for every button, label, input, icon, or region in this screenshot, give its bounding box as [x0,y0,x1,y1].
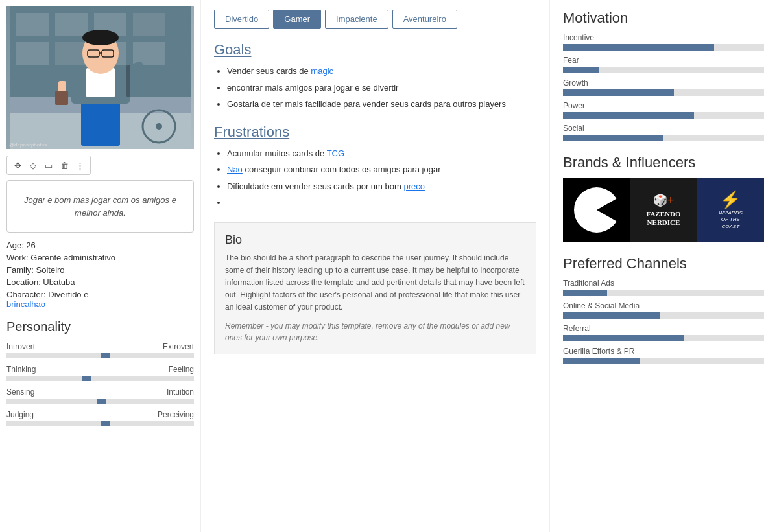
left-panel: @depositphotos ✥ ◇ ▭ 🗑 ⋮ Jogar e bom mas… [0,0,201,532]
introvert-label: Introvert [6,342,35,351]
feeling-label: Feeling [169,365,194,374]
introvert-bar-container [6,353,194,358]
goal-item-1: Vender seus cards de magic [227,65,536,78]
judging-bar-container [6,421,194,426]
power-bar [563,112,694,119]
referral-bar [563,335,684,341]
brand-nerdice: 🎲+ FAZENDONERDICE [630,178,697,242]
personality-row-thinking: Thinking Feeling [6,365,194,381]
personality-section: Personality Introvert Extrovert Thinking… [6,319,194,426]
guerilla-label: Guerilla Efforts & PR [563,347,764,356]
motivation-fear: Fear [563,56,764,73]
tag-aventureiro[interactable]: Aventureiro [392,10,457,29]
tag-gamer[interactable]: Gamer [273,10,321,29]
edit-icon[interactable]: ▭ [42,159,55,172]
channels-section: Preferred Channels Traditional Ads Onlin… [563,255,764,364]
perceiving-label: Perceiving [158,410,194,419]
channel-referral: Referral [563,324,764,341]
character-field: Character: Divertido e brincalhao [6,290,194,309]
quote-text: Jogar e bom mas jogar com os amigos e me… [17,194,184,219]
extrovert-label: Extrovert [163,342,194,351]
frustration-item-1: Acumular muitos cards de TCG [227,147,536,160]
referral-label: Referral [563,324,764,333]
thinking-bar-container [6,376,194,381]
motivation-power: Power [563,101,764,119]
traditional-label: Traditional Ads [563,279,764,288]
work-field: Work: Gerente administrativo [6,253,194,262]
svg-rect-13 [81,97,120,146]
social-media-bar [563,312,660,319]
goals-list: Vender seus cards de magic encontrar mai… [214,65,536,111]
delete-icon[interactable]: 🗑 [58,159,71,172]
brands-title: Brands & Influencers [563,154,764,171]
main-layout: @depositphotos ✥ ◇ ▭ 🗑 ⋮ Jogar e bom mas… [0,0,777,532]
incentive-bar [563,44,714,51]
svg-point-28 [593,194,600,200]
fear-label: Fear [563,56,764,65]
brands-images: 🎲+ FAZENDONERDICE ⚡ WIZARDSOF THECOAST [563,178,764,242]
svg-rect-6 [16,42,49,65]
toolbar: ✥ ◇ ▭ 🗑 ⋮ [6,156,91,175]
sensing-label: Sensing [6,387,34,397]
motivation-incentive: Incentive [563,33,764,51]
social-media-label: Online & Social Media [563,301,764,310]
bio-box: Bio The bio should be a short paragraph … [214,222,536,355]
magic-link[interactable]: magic [311,66,333,76]
tcg-link[interactable]: TCG [327,148,344,158]
incentive-label: Incentive [563,33,764,42]
frustration-item-4 [227,196,536,209]
personality-row-sensing: Sensing Intuition [6,387,194,404]
motivation-social: Social [563,124,764,141]
channel-social: Online & Social Media [563,301,764,319]
frustrations-section: Frustrations Acumular muitos cards de TC… [214,124,536,209]
tags-container: Divertido Gamer Impaciente Aventureiro [214,10,536,29]
location-field: Location: Ubatuba [6,277,194,287]
frustration-item-2: Nao conseguir combinar com todos os amig… [227,163,536,176]
goals-title: Goals [214,41,536,58]
goal-item-3: Gostaria de ter mais facilidade para ven… [227,98,536,111]
motivation-growth: Growth [563,78,764,96]
svg-rect-5 [133,13,165,36]
sensing-bar-container [6,399,194,404]
judging-label: Judging [6,410,34,419]
thinking-bar [82,376,91,381]
middle-panel: Divertido Gamer Impaciente Aventureiro G… [201,0,550,532]
tag-divertido[interactable]: Divertido [214,10,269,29]
bio-title: Bio [225,233,525,247]
character-link[interactable]: brincalhao [6,299,45,309]
svg-rect-2 [16,13,49,36]
channel-traditional: Traditional Ads [563,279,764,296]
personality-row-introvert: Introvert Extrovert [6,342,194,358]
brand-wizards: ⚡ WIZARDSOF THECOAST [697,178,764,242]
code-icon[interactable]: ◇ [27,159,40,172]
personality-title: Personality [6,319,194,334]
growth-bar [563,89,674,96]
svg-rect-24 [55,91,68,105]
brand-pacman [563,178,630,242]
growth-label: Growth [563,78,764,87]
thinking-label: Thinking [6,365,36,374]
age-field: Age: 26 [6,240,194,250]
social-label: Social [563,124,764,133]
guerilla-bar [563,358,640,364]
quote-box: Jogar e bom mas jogar com os amigos e me… [6,180,194,233]
personality-row-judging: Judging Perceiving [6,410,194,426]
profile-info: Age: 26 Work: Gerente administrativo Fam… [6,240,194,309]
traditional-bar [563,290,607,296]
tag-impaciente[interactable]: Impaciente [325,10,388,29]
goals-section: Goals Vender seus cards de magic encontr… [214,41,536,111]
power-label: Power [563,101,764,110]
svg-point-12 [156,123,162,130]
judging-bar [101,421,110,426]
social-bar [563,135,663,141]
brands-section: Brands & Influencers 🎲+ FAZENDONER [563,154,764,242]
character-prefix: Character: Divertido e [6,290,88,299]
preco-link[interactable]: preco [403,181,425,191]
intuition-label: Intuition [167,387,194,397]
move-icon[interactable]: ✥ [11,159,24,172]
sensing-bar [97,399,106,404]
motivation-section: Motivation Incentive Fear Growth [563,10,764,141]
more-icon[interactable]: ⋮ [73,159,86,172]
nao-link[interactable]: Nao [227,165,243,174]
family-field: Family: Solteiro [6,265,194,275]
